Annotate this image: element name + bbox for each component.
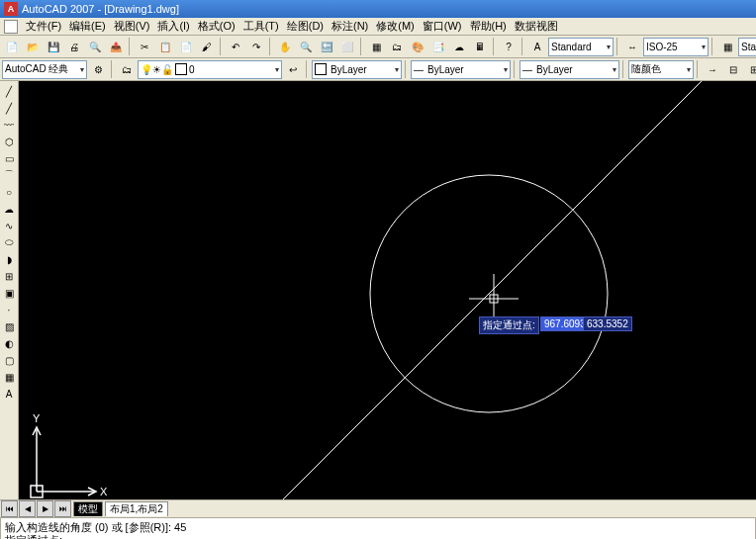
point-icon[interactable]: · — [1, 302, 17, 317]
match-icon[interactable]: 🖌 — [197, 37, 217, 56]
props-icon[interactable]: ▦ — [366, 37, 386, 56]
extend-icon[interactable]: → — [703, 59, 722, 79]
layer-color-swatch — [175, 63, 187, 75]
mtext-icon[interactable]: A — [1, 386, 17, 402]
color-combo[interactable]: ByLayer — [312, 60, 402, 79]
polygon-icon[interactable]: ⬡ — [1, 134, 17, 149]
gradient-icon[interactable]: ◐ — [1, 335, 17, 351]
xline-icon[interactable]: ╱ — [1, 100, 17, 116]
redo-icon[interactable]: ↷ — [246, 37, 266, 56]
menu-help[interactable]: 帮助(H) — [470, 19, 507, 34]
linetype-icon: — — [414, 64, 424, 75]
layer-name: 0 — [189, 64, 195, 75]
plotstyle-combo[interactable]: 随颜色 — [628, 60, 694, 79]
paste-icon[interactable]: 📄 — [176, 37, 196, 56]
pan-icon[interactable]: ✋ — [275, 37, 295, 56]
tab-next-icon[interactable]: ▶ — [37, 500, 53, 517]
revcloud-icon[interactable]: ☁ — [1, 201, 17, 217]
block-icon[interactable]: ▣ — [1, 285, 17, 301]
cut-icon[interactable]: ✂ — [135, 37, 154, 56]
dynamic-y: 633.5352 — [583, 316, 632, 331]
menu-file[interactable]: 文件(F) — [26, 19, 61, 34]
region-icon[interactable]: ▢ — [1, 352, 17, 368]
textstyle-icon[interactable]: A — [527, 37, 547, 56]
preview-icon[interactable]: 🔍 — [85, 37, 105, 56]
app-icon: A — [4, 2, 18, 16]
tab-last-icon[interactable]: ⏭ — [54, 500, 71, 517]
lineweight-icon: — — [522, 64, 532, 75]
model-tab[interactable]: 模型 — [73, 501, 103, 516]
tab-prev-icon[interactable]: ◀ — [19, 500, 36, 517]
layer-sun-icon: ☀ — [152, 64, 161, 75]
spline-icon[interactable]: ∿ — [1, 218, 17, 233]
tool-pal-icon[interactable]: 🎨 — [408, 37, 427, 56]
layer-combo[interactable]: 💡 ☀ 🔓 0 — [138, 60, 282, 79]
zoom-icon[interactable]: 🔍 — [296, 37, 316, 56]
layer-mgr-icon[interactable]: 🗂 — [117, 59, 137, 79]
doc-icon — [4, 20, 18, 34]
hatch-icon[interactable]: ▨ — [1, 318, 17, 334]
drawing-canvas[interactable]: Y X 指定通过点: 967.6093 633.5352 — [19, 81, 756, 499]
menu-format[interactable]: 格式(O) — [198, 19, 236, 34]
command-window[interactable]: 输入构造线的角度 (0) 或 [参照(R)]: 45 指定通过点: — [0, 517, 756, 539]
table-icon[interactable]: ▦ — [1, 369, 17, 385]
standard-toolbar: 📄 📂 💾 🖨 🔍 📤 ✂ 📋 📄 🖌 ↶ ↷ ✋ 🔍 🔙 ⬜ ▦ 🗂 🎨 📑 … — [0, 36, 756, 58]
menu-draw[interactable]: 绘图(D) — [287, 19, 324, 34]
help-icon[interactable]: ? — [499, 37, 519, 56]
insert-icon[interactable]: ⊞ — [1, 268, 17, 284]
ellipse-arc-icon[interactable]: ◗ — [1, 251, 17, 267]
color-swatch — [315, 63, 327, 75]
ucs-y-label: Y — [33, 412, 41, 424]
pline-icon[interactable]: 〰 — [1, 117, 17, 133]
linetype-combo[interactable]: — ByLayer — [411, 60, 511, 79]
menu-modify[interactable]: 修改(M) — [376, 19, 415, 34]
menu-data[interactable]: 数据视图 — [515, 19, 558, 34]
menu-view[interactable]: 视图(V) — [114, 19, 150, 34]
copy-icon[interactable]: 📋 — [155, 37, 175, 56]
circle-icon[interactable]: ○ — [1, 184, 17, 200]
cmd-history-line: 输入构造线的角度 (0) 或 [参照(R)]: 45 — [5, 521, 751, 534]
calc-icon[interactable]: 🖩 — [470, 37, 490, 56]
dim-combo[interactable]: ISO-25 — [643, 38, 709, 56]
dc-icon[interactable]: 🗂 — [387, 37, 407, 56]
layer-bulb-icon: 💡 — [141, 64, 152, 75]
menu-tools[interactable]: 工具(T) — [243, 19, 279, 34]
style-combo[interactable]: Standard — [548, 38, 614, 56]
open-icon[interactable]: 📂 — [23, 37, 43, 56]
layout-tabs-group[interactable]: 布局1,布局2 — [105, 501, 168, 516]
plot-icon[interactable]: 🖨 — [64, 37, 84, 56]
workspace: ╱ ╱ 〰 ⬡ ▭ ⌒ ○ ☁ ∿ ⬭ ◗ ⊞ ▣ · ▨ ◐ ▢ ▦ A — [0, 81, 756, 499]
ws-settings-icon[interactable]: ⚙ — [88, 59, 108, 79]
rect-icon[interactable]: ▭ — [1, 150, 17, 166]
zoom-prev-icon[interactable]: 🔙 — [317, 37, 336, 56]
ellipse-icon[interactable]: ⬭ — [1, 234, 17, 250]
menu-window[interactable]: 窗口(W) — [423, 19, 462, 34]
menu-edit[interactable]: 编辑(E) — [69, 19, 106, 34]
line-icon[interactable]: ╱ — [1, 83, 17, 99]
title-bar: A AutoCAD 2007 - [Drawing1.dwg] — [0, 0, 756, 18]
lineweight-combo[interactable]: — ByLayer — [520, 60, 619, 79]
workspace-combo[interactable]: AutoCAD 经典 — [2, 60, 87, 79]
new-icon[interactable]: 📄 — [2, 37, 22, 56]
tablestyle-icon[interactable]: ▦ — [717, 37, 737, 56]
join-icon[interactable]: ⊞ — [744, 59, 756, 79]
table-combo[interactable]: Standard — [738, 38, 756, 56]
layer-prev-icon[interactable]: ↩ — [283, 59, 303, 79]
zoom-win-icon[interactable]: ⬜ — [337, 37, 357, 56]
menu-insert[interactable]: 插入(I) — [157, 19, 189, 34]
draw-toolbar: ╱ ╱ 〰 ⬡ ▭ ⌒ ○ ☁ ∿ ⬭ ◗ ⊞ ▣ · ▨ ◐ ▢ ▦ A — [0, 81, 19, 499]
cmd-prompt-line: 指定通过点: — [5, 534, 751, 539]
break-icon[interactable]: ⊟ — [723, 59, 743, 79]
menu-dim[interactable]: 标注(N) — [331, 19, 368, 34]
dynamic-prompt: 指定通过点: — [479, 316, 539, 334]
dimstyle-icon[interactable]: ↔ — [622, 37, 642, 56]
undo-icon[interactable]: ↶ — [226, 37, 245, 56]
markup-icon[interactable]: ☁ — [449, 37, 469, 56]
publish-icon[interactable]: 📤 — [106, 37, 126, 56]
layers-toolbar: AutoCAD 经典 ⚙ 🗂 💡 ☀ 🔓 0 ↩ ByLayer — ByLay… — [0, 58, 756, 81]
arc-icon[interactable]: ⌒ — [1, 167, 17, 183]
menu-bar: 文件(F) 编辑(E) 视图(V) 插入(I) 格式(O) 工具(T) 绘图(D… — [0, 18, 756, 36]
tab-first-icon[interactable]: ⏮ — [1, 500, 18, 517]
sheet-icon[interactable]: 📑 — [428, 37, 448, 56]
save-icon[interactable]: 💾 — [44, 37, 63, 56]
